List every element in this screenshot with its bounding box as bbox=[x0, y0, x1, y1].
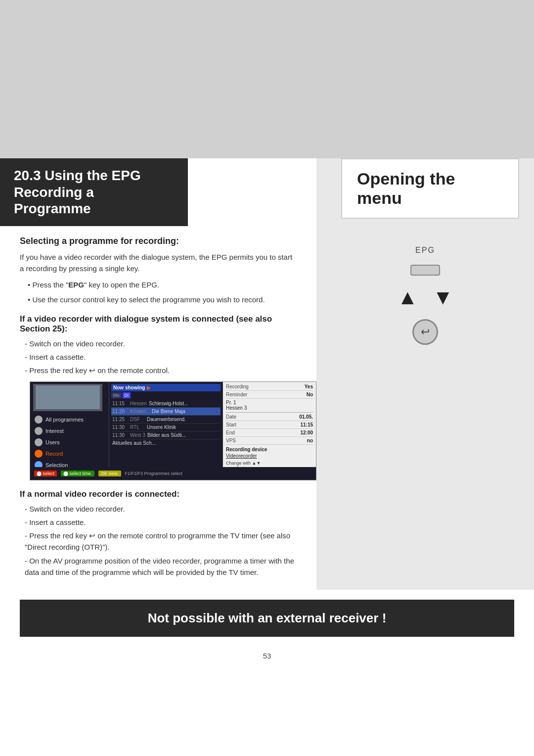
epg-nav-icon-interest bbox=[35, 427, 43, 435]
epg-right-panel: Recording Yes Reminder No Pr. 1Hessen 3 … bbox=[223, 382, 316, 480]
epg-thumbnail-inner bbox=[36, 385, 100, 409]
section-title: 20.3 Using the EPG Recording a Programme bbox=[14, 167, 174, 217]
epg-nav-record-label: Record bbox=[45, 451, 63, 457]
epg-label-start: Start bbox=[226, 422, 236, 427]
normal-dash-4: - On the AV programme position of the vi… bbox=[25, 555, 297, 578]
epg-now-text: Now showing bbox=[113, 385, 145, 390]
epg-btn-select: ⬤ select bbox=[34, 471, 57, 476]
epg-recording-device-label: Recording device bbox=[226, 447, 313, 452]
epg-diagram-label: EPG bbox=[415, 246, 435, 255]
bullet-1: • Press the "EPG" key to open the EPG. bbox=[28, 279, 297, 290]
epg-row-vps: VPS no bbox=[226, 438, 313, 445]
epg-btn-programmes: F1/F2/F3 Programmes select bbox=[125, 471, 183, 476]
normal-dash-1: - Switch on the video recorder. bbox=[25, 503, 297, 515]
epg-button-rect bbox=[410, 265, 440, 276]
header-right: Opening the menu bbox=[316, 158, 534, 226]
epg-row-recording: Recording Yes bbox=[226, 384, 313, 391]
arrow-keys: ▲ ▼ bbox=[397, 285, 453, 309]
epg-nav-users: Users bbox=[33, 437, 106, 447]
epg-btn-selecttime: ⬤ select time. bbox=[61, 471, 94, 476]
epg-channel-3: DSF bbox=[130, 417, 145, 422]
epg-change-with: Change with ▲▼ bbox=[226, 461, 313, 466]
epg-nav-icon-record bbox=[35, 450, 43, 458]
page: 20.3 Using the EPG Recording a Programme… bbox=[0, 0, 534, 756]
epg-label-reminder: Reminder bbox=[226, 392, 247, 397]
epg-time-3: 11:25 bbox=[112, 417, 128, 422]
right-column: EPG ▲ ▼ ↩ bbox=[316, 226, 534, 590]
epg-value-start: 11:15 bbox=[300, 422, 313, 427]
epg-title-5: Bilder aus Südti... bbox=[147, 432, 220, 438]
epg-center-panel: Now showing ▶ Mo Di 11:15 Hessen Schlesw… bbox=[109, 382, 223, 480]
epg-channel-2: Kindert... bbox=[130, 409, 150, 414]
epg-channel-1: Hessen bbox=[130, 401, 147, 406]
epg-label-end: End bbox=[226, 430, 235, 435]
opening-menu-title: Opening the menu bbox=[357, 169, 503, 208]
page-number-value: 53 bbox=[263, 652, 271, 660]
epg-value-date: 01.05. bbox=[299, 414, 313, 420]
left-column: Selecting a programme for recording: If … bbox=[0, 226, 316, 590]
epg-diagram: EPG ▲ ▼ ↩ bbox=[316, 226, 534, 355]
selecting-body-text: If you have a video recorder with the di… bbox=[20, 251, 297, 275]
epg-title-2: Die Biene Maja bbox=[152, 409, 220, 414]
epg-nav-record: Record bbox=[33, 449, 106, 459]
left-content: Selecting a programme for recording: If … bbox=[0, 226, 316, 590]
section-header: 20.3 Using the EPG Recording a Programme bbox=[0, 158, 188, 226]
epg-row-date: Date 01.05. bbox=[226, 414, 313, 421]
epg-label-recording: Recording bbox=[226, 384, 249, 389]
epg-program-2: 11:20 Kindert... Die Biene Maja bbox=[111, 408, 221, 416]
bottom-banner-text: Not possible with an external receiver ! bbox=[148, 611, 387, 625]
dash-1: - Switch on the video recorder. bbox=[25, 338, 297, 349]
dash-3: - Press the red key ↩ on the remote cont… bbox=[25, 365, 297, 376]
epg-nav-interest-label: Interest bbox=[45, 428, 64, 434]
epg-nav-interest: Interest bbox=[33, 426, 106, 436]
epg-pr-hessen: Pr. 1Hessen 3 bbox=[226, 400, 313, 411]
subsection-selecting-title: Selecting a programme for recording: bbox=[20, 236, 297, 246]
epg-text-label: EPG bbox=[415, 246, 435, 254]
epg-time-4: 11:30 bbox=[112, 425, 128, 430]
epg-channel-4: RTL bbox=[130, 425, 145, 430]
header-left: 20.3 Using the EPG Recording a Programme bbox=[0, 158, 316, 226]
epg-value-vps: no bbox=[307, 438, 313, 443]
bottom-banner: Not possible with an external receiver ! bbox=[20, 600, 514, 637]
epg-time-5: 11:30 bbox=[112, 432, 128, 438]
epg-title-1: Schleswig-Holst... bbox=[149, 401, 220, 406]
dash-2: - Insert a cassette. bbox=[25, 351, 297, 363]
epg-arrow-right: ▶ bbox=[147, 385, 151, 390]
epg-row-end: End 12:00 bbox=[226, 430, 313, 437]
epg-channel-5: West 3 bbox=[130, 432, 145, 438]
epg-bottom-bar: ⬤ select ⬤ select time. OK view. F1/F2/F… bbox=[30, 467, 316, 480]
epg-divider bbox=[226, 412, 313, 413]
epg-value-end: 12:00 bbox=[300, 430, 313, 435]
normal-dash-2: - Insert a cassette. bbox=[25, 517, 297, 528]
epg-day-mo: Mo bbox=[111, 392, 122, 398]
epg-nav-icon-all bbox=[35, 416, 43, 424]
epg-value-recording: Yes bbox=[305, 384, 313, 389]
epg-time-1: 11:15 bbox=[112, 401, 128, 406]
up-arrow-icon: ▲ bbox=[397, 285, 418, 309]
return-icon: ↩ bbox=[421, 326, 430, 338]
epg-thumbnail bbox=[33, 384, 102, 411]
epg-value-reminder: No bbox=[307, 392, 313, 397]
epg-title-4: Unsere Klinik bbox=[147, 425, 220, 430]
epg-day-bar: Mo Di bbox=[111, 392, 221, 398]
epg-now-bar: Now showing ▶ bbox=[111, 384, 221, 391]
two-col-wrapper: Selecting a programme for recording: If … bbox=[0, 226, 534, 590]
epg-label-vps: VPS bbox=[226, 438, 236, 443]
page-number: 53 bbox=[0, 647, 534, 670]
return-button: ↩ bbox=[412, 319, 438, 345]
epg-bold: EPG bbox=[68, 281, 84, 289]
epg-nav-users-label: Users bbox=[45, 439, 60, 445]
epg-program-4: 11:30 RTL Unsere Klinik bbox=[111, 424, 221, 431]
epg-time-2: 11:20 bbox=[112, 409, 128, 414]
epg-nav-icon-users bbox=[35, 438, 43, 446]
normal-recorder-title: If a normal video recorder is connected: bbox=[20, 489, 297, 499]
epg-day-di: Di bbox=[123, 392, 131, 398]
epg-aktuelles: Aktuelles aus Sch... bbox=[111, 439, 221, 447]
top-gray-area bbox=[0, 0, 534, 158]
epg-btn-view: OK view. bbox=[98, 471, 121, 476]
epg-nav-all: All programmes bbox=[33, 415, 106, 425]
epg-row-start: Start 11:15 bbox=[226, 422, 313, 429]
epg-nav-all-label: All programmes bbox=[45, 417, 84, 423]
down-arrow-icon: ▼ bbox=[433, 285, 453, 309]
epg-screen-mockup: All programmes Interest Users Recor bbox=[30, 381, 316, 480]
